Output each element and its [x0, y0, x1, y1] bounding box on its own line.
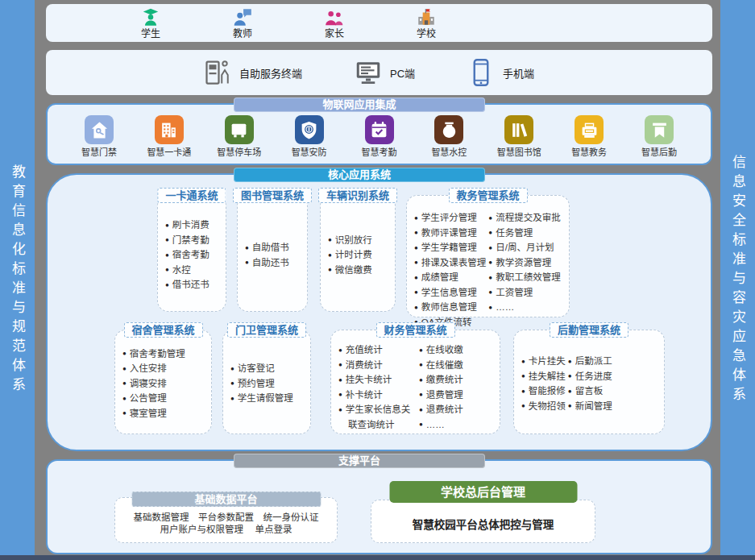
list-item: 留言板	[568, 384, 612, 400]
user-label: 学校	[417, 28, 436, 39]
library-icon	[504, 115, 533, 144]
list-item: 教职工绩效管理	[488, 271, 560, 286]
users-panel: 学生教师家长学校	[46, 4, 712, 42]
list-item: 自助还书	[245, 256, 289, 272]
bottom-frame-bar	[0, 555, 755, 560]
logistics-management-system-items: 卡片挂失挂失解挂智能报修失物招领后勤派工任务进度留言板新闻管理	[514, 330, 664, 433]
list-item: 成绩管理	[414, 271, 486, 286]
list-item: 学生信息管理	[414, 286, 486, 301]
finance-management-system: 财务管理系统充值统计消费统计挂失卡统计补卡统计学生家长信息关联查询统计在线收缴在…	[330, 330, 500, 434]
list-item: 在线收缴	[419, 343, 463, 359]
library-management-system-items: 自助借书自助还书	[238, 196, 307, 311]
finance-management-system-title: 财务管理系统	[375, 322, 454, 338]
security-icon	[295, 115, 324, 144]
user-teacher: 教师	[217, 7, 268, 39]
school-icon	[416, 7, 437, 28]
user-student: 学生	[125, 7, 176, 39]
list-item: 新闻管理	[568, 400, 612, 415]
terminal-kiosk: 自助服务终端	[203, 58, 302, 87]
iot-label: 智慧后勤	[641, 147, 677, 157]
list-item: 学生家长信息关联查询统计	[338, 403, 417, 431]
left-banner-text: 教育信息化标准与规范体系	[10, 164, 24, 396]
one-card-system-items: 刷卡消费门禁考勤宿舍考勤水控借书还书	[158, 196, 226, 311]
basic-data-line-1: 基础数据管理 平台参数配置 统一身份认证	[115, 512, 337, 524]
list-item: 调寝安排	[122, 377, 185, 392]
iot-academic-affairs: 智慧教务	[558, 115, 620, 157]
one-card-system: 一卡通系统刷卡消费门禁考勤宿舍考勤水控借书还书	[157, 195, 226, 312]
list-item: 挂失卡统计	[338, 373, 417, 388]
dormitory-management-system-title: 宿舍管理系统	[123, 322, 202, 338]
list-item: 学生请假管理	[230, 392, 293, 407]
academic-affairs-icon	[575, 115, 604, 144]
kiosk-icon	[203, 58, 232, 87]
list-item: 教师评课管理	[414, 226, 486, 242]
iot-section-title: 物联网应用集成	[234, 97, 485, 112]
student-icon	[140, 7, 161, 28]
list-item: 识别放行	[328, 234, 372, 249]
iot-label: 智慧考勤	[362, 147, 397, 157]
right-banner: 信息安全标准与容灾应急体系	[720, 0, 755, 560]
list-item: 教师信息管理	[414, 301, 486, 316]
list-item: 排课及课表管理	[414, 256, 486, 272]
list-item: 失物招领	[521, 400, 566, 415]
finance-management-system-items: 充值统计消费统计挂失卡统计补卡统计学生家长信息关联查询统计在线收缴在线催缴缴费统…	[331, 330, 500, 433]
basic-data-line-2: 用户账户与权限管理 单点登录	[115, 524, 337, 536]
list-item: 刷卡消费	[165, 218, 209, 234]
list-item: 学生学籍管理	[414, 241, 486, 256]
item-column: 学生评分管理教师评课管理学生学籍管理排课及课表管理成绩管理学生信息管理教师信息管…	[414, 211, 486, 330]
item-column: 刷卡消费门禁考勤宿舍考勤水控借书还书	[165, 218, 209, 293]
list-item: 任务进度	[568, 370, 612, 385]
right-banner-text: 信息安全标准与容灾应急体系	[731, 155, 745, 406]
terminals-panel: 自助服务终端PC端手机端	[46, 50, 712, 95]
item-column: 充值统计消费统计挂失卡统计补卡统计学生家长信息关联查询统计	[338, 343, 417, 431]
user-label: 学生	[141, 28, 160, 39]
one-card-system-title: 一卡通系统	[157, 188, 226, 203]
list-item: 教学资源管理	[488, 256, 560, 272]
terminal-label: 自助服务终端	[239, 65, 302, 81]
water-control-icon	[434, 115, 463, 144]
iot-logistics: 智慧后勤	[628, 115, 690, 157]
one-card-icon	[155, 115, 184, 144]
list-item: 门禁考勤	[165, 234, 209, 249]
access-control-icon	[85, 115, 114, 144]
dormitory-management-system: 宿舍管理系统宿舍考勤管理入住安排调寝安排公告管理寝室管理	[114, 330, 212, 434]
iot-parking: 智慧停车场	[209, 115, 270, 157]
terminals-row: 自助服务终端PC端手机端	[46, 50, 712, 95]
academic-affairs-system-items: 学生评分管理教师评课管理学生学籍管理排课及课表管理成绩管理学生信息管理教师信息管…	[407, 196, 569, 317]
user-parents: 家长	[309, 7, 360, 39]
user-label: 教师	[233, 28, 252, 39]
list-item: 日/周、月计划	[488, 241, 560, 256]
iot-label: 智慧教务	[571, 147, 607, 157]
list-item: 计时计费	[328, 248, 372, 263]
list-item: 宿舍考勤	[165, 248, 209, 263]
logistics-management-system: 后勤管理系统卡片挂失挂失解挂智能报修失物招领后勤派工任务进度留言板新闻管理	[513, 330, 665, 434]
academic-affairs-system-title: 教务管理系统	[448, 188, 527, 203]
item-column: 宿舍考勤管理入住安排调寝安排公告管理寝室管理	[122, 347, 185, 422]
list-item: 挂失解挂	[521, 370, 566, 385]
parking-icon	[225, 115, 254, 144]
school-admin-box: 学校总后台管理 智慧校园平台总体把控与管理	[371, 500, 595, 543]
item-column: 卡片挂失挂失解挂智能报修失物招领	[521, 355, 566, 414]
parents-icon	[324, 7, 345, 28]
iot-panel: 物联网应用集成 智慧门禁智慧一卡通智慧停车场智慧安防智慧考勤智慧水控智慧图书馆智…	[46, 103, 712, 165]
support-section-title: 支撑平台	[234, 454, 485, 468]
vehicle-recognition-system-items: 识别放行计时计费微信缴费	[321, 196, 395, 311]
list-item: ……	[419, 418, 463, 433]
iot-security: 智慧安防	[279, 115, 340, 157]
list-item: 水控	[165, 263, 209, 279]
left-banner: 教育信息化标准与规范体系	[0, 0, 35, 560]
terminal-label: 手机端	[503, 65, 534, 81]
library-management-system-title: 图书管理系统	[233, 188, 312, 203]
item-column: 访客登记预约管理学生请假管理	[230, 362, 293, 407]
list-item: 宿舍考勤管理	[122, 347, 185, 363]
user-school: 学校	[400, 7, 452, 39]
list-item: 卡片挂失	[521, 355, 566, 370]
list-item: 任务管理	[488, 226, 560, 242]
core-systems-row-1: 一卡通系统刷卡消费门禁考勤宿舍考勤水控借书还书图书管理系统自助借书自助还书车辆识…	[48, 195, 711, 312]
gate-management-system: 门卫管理系统访客登记预约管理学生请假管理	[222, 330, 311, 434]
iot-label: 智慧水控	[431, 147, 467, 157]
users-row: 学生教师家长学校	[46, 4, 712, 42]
list-item: 在线催缴	[419, 359, 463, 374]
list-item: 借书还书	[165, 278, 209, 293]
vehicle-recognition-system: 车辆识别系统识别放行计时计费微信缴费	[320, 195, 396, 312]
